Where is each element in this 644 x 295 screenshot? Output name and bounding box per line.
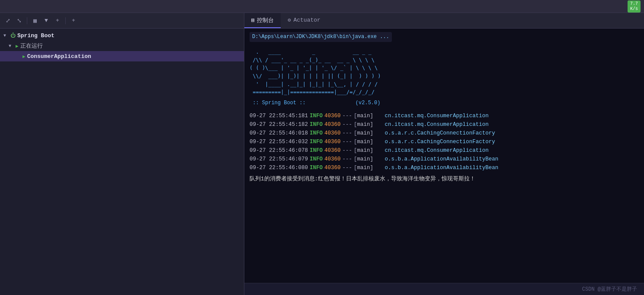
filter-btn[interactable]: ▼ <box>42 16 51 25</box>
log-class: o.s.a.r.c.CachingConnectionFactory <box>385 129 495 138</box>
expand-arrow-root: ▼ <box>3 33 9 38</box>
log-pid: 40360 <box>324 112 341 120</box>
tab-console[interactable]: ▤ 控制台 <box>244 13 281 28</box>
log-thread: main] <box>357 155 383 164</box>
log-thread: main] <box>357 146 383 155</box>
log-level: INFO <box>310 129 323 138</box>
log-sep: --- <box>343 146 352 155</box>
log-class: o.s.b.a.ApplicationAvailabilityBean <box>385 155 499 164</box>
main-area: ⤢ ⤡ ▦ ▼ + + ▼ ⏻ Spring Boot ▼ ▶ 正在运行 <box>0 13 644 295</box>
log-class: o.s.b.a.ApplicationAvailabilityBean <box>385 164 499 172</box>
log-bracket: [ <box>354 129 357 138</box>
log-pid: 40360 <box>324 164 341 172</box>
log-line: 09-27 22:55:45:182 INFO 40360 --- [ main… <box>250 120 639 129</box>
tree-app-item[interactable]: ▶ ConsumerApplication <box>0 51 244 61</box>
log-class: o.s.a.r.c.CachingConnectionFactory <box>385 138 495 146</box>
log-line: 09-27 22:55:46:079 INFO 40360 --- [ main… <box>250 155 639 164</box>
tab-bar: ▤ 控制台 ⚙ Actuator <box>244 13 644 29</box>
log-timestamp: 09-27 22:55:45:182 <box>250 120 308 129</box>
log-pid: 40360 <box>324 129 341 138</box>
tab-console-label: 控制台 <box>257 16 274 24</box>
log-sep: --- <box>343 112 352 120</box>
log-pid: 40360 <box>324 155 341 164</box>
log-sep: --- <box>343 120 352 129</box>
log-bracket: [ <box>354 155 357 164</box>
log-bracket: [ <box>354 164 357 172</box>
tab-actuator[interactable]: ⚙ Actuator <box>281 13 327 28</box>
log-timestamp: 09-27 22:55:46:078 <box>250 146 308 155</box>
actuator-tab-icon: ⚙ <box>288 17 291 23</box>
tree-root-label: Spring Boot <box>17 32 54 39</box>
log-level: INFO <box>310 120 323 129</box>
log-level: INFO <box>310 112 323 120</box>
speed-value: 7.7 <box>630 1 638 6</box>
log-line: 09-27 22:55:46:032 INFO 40360 --- [ main… <box>250 138 639 146</box>
plus-btn[interactable]: + <box>69 16 78 25</box>
log-thread: main] <box>357 138 383 146</box>
log-line: 09-27 22:55:46:018 INFO 40360 --- [ main… <box>250 129 639 138</box>
log-bracket: [ <box>354 146 357 155</box>
log-line: 09-27 22:55:45:181 INFO 40360 --- [ main… <box>250 112 639 120</box>
log-timestamp: 09-27 22:55:45:181 <box>250 112 308 120</box>
log-lines: 09-27 22:55:45:181 INFO 40360 --- [ main… <box>250 112 639 172</box>
ascii-art: . ____ _ __ _ _ /\\ / ___'_ __ _ _(_)_ _… <box>250 48 639 96</box>
log-level: INFO <box>310 164 323 172</box>
tree-area: ▼ ⏻ Spring Boot ▼ ▶ 正在运行 ▶ ConsumerAppli… <box>0 29 244 295</box>
log-thread: main] <box>357 164 383 172</box>
tree-app-label: ConsumerApplication <box>27 53 91 60</box>
log-timestamp: 09-27 22:55:46:080 <box>250 164 308 172</box>
log-pid: 40360 <box>324 120 341 129</box>
spring-icon: ⏻ <box>10 32 16 39</box>
log-class: cn.itcast.mq.ConsumerApplication <box>385 112 489 120</box>
grid-btn[interactable]: ▦ <box>31 16 39 25</box>
log-thread: main] <box>357 129 383 138</box>
log-pid: 40360 <box>324 146 341 155</box>
tree-root[interactable]: ▼ ⏻ Spring Boot <box>0 30 244 41</box>
log-line: 09-27 22:55:46:080 INFO 40360 --- [ main… <box>250 164 639 172</box>
run-icon: ▶ <box>16 43 19 49</box>
log-sep: --- <box>343 129 352 138</box>
log-class: cn.itcast.mq.ConsumerApplication <box>385 146 489 155</box>
toolbar-sep-1 <box>27 17 27 24</box>
watermark-text: CSDN @蓝胖子不是胖子 <box>582 285 637 293</box>
top-bar: 7.7 K/s <box>0 0 644 13</box>
right-panel: ▤ 控制台 ⚙ Actuator D:\Apps\Learn\JDK\JDK8\… <box>244 13 644 295</box>
toolbar: ⤢ ⤡ ▦ ▼ + + <box>0 13 244 29</box>
log-sep: --- <box>343 164 352 172</box>
console-path: D:\Apps\Learn\JDK\JDK8\jdk8\bin\java.exe… <box>250 32 392 42</box>
app-run-icon: ▶ <box>22 54 26 59</box>
log-message: 队列1的消费者接受到消息:红色警报！日本乱排核废水，导致海洋生物变异，惊现哥斯拉… <box>250 175 639 183</box>
log-level: INFO <box>310 155 323 164</box>
toolbar-sep-2 <box>65 17 66 24</box>
left-panel: ⤢ ⤡ ▦ ▼ + + ▼ ⏻ Spring Boot ▼ ▶ 正在运行 <box>0 13 244 295</box>
log-sep: --- <box>343 138 352 146</box>
log-bracket: [ <box>354 120 357 129</box>
console-output: D:\Apps\Learn\JDK\JDK8\jdk8\bin\java.exe… <box>244 29 644 283</box>
speed-unit: K/s <box>630 6 638 12</box>
log-class: cn.itcast.mq.ConsumerApplication <box>385 120 489 129</box>
expand-arrow-running: ▼ <box>9 44 14 48</box>
tab-actuator-label: Actuator <box>293 17 320 23</box>
watermark: CSDN @蓝胖子不是胖子 <box>244 283 644 295</box>
log-timestamp: 09-27 22:55:46:032 <box>250 138 308 146</box>
log-bracket: [ <box>354 138 357 146</box>
log-timestamp: 09-27 22:55:46:018 <box>250 129 308 138</box>
speed-badge: 7.7 K/s <box>628 0 641 13</box>
tree-running-group[interactable]: ▼ ▶ 正在运行 <box>0 41 244 51</box>
log-thread: main] <box>357 112 383 120</box>
log-timestamp: 09-27 22:55:46:079 <box>250 155 308 164</box>
expand-btn[interactable]: ⤢ <box>3 16 12 25</box>
log-sep: --- <box>343 155 352 164</box>
log-level: INFO <box>310 138 323 146</box>
add-btn[interactable]: + <box>53 16 62 25</box>
collapse-btn[interactable]: ⤡ <box>15 16 23 25</box>
tree-running-label: 正在运行 <box>20 42 43 50</box>
spring-version: :: Spring Boot :: (v2.5.0) <box>250 99 639 107</box>
log-thread: main] <box>357 120 383 129</box>
log-line: 09-27 22:55:46:078 INFO 40360 --- [ main… <box>250 146 639 155</box>
console-tab-icon: ▤ <box>251 17 254 23</box>
log-bracket: [ <box>354 112 357 120</box>
log-level: INFO <box>310 146 323 155</box>
log-pid: 40360 <box>324 138 341 146</box>
